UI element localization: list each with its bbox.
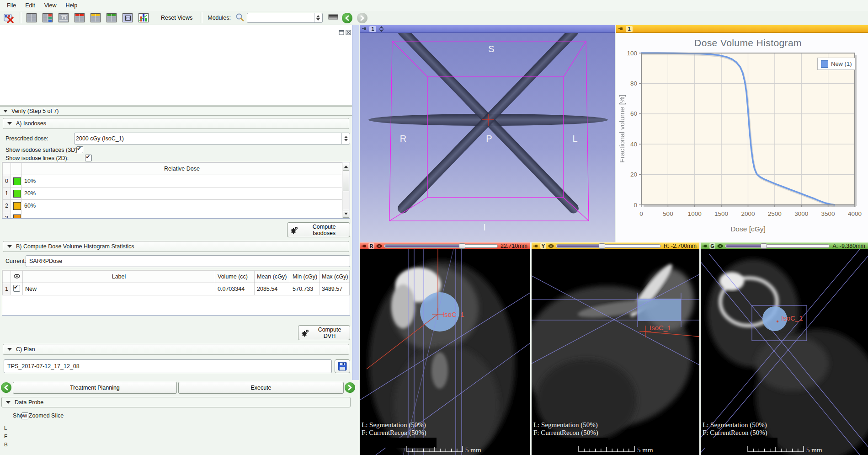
slider-handle[interactable] [761, 243, 767, 249]
green-slice-controller[interactable]: G A: -9.380mm [701, 242, 868, 249]
slider-handle[interactable] [599, 243, 605, 249]
green-slice-viewport[interactable]: IsoC_1 L: Segmentation (50%) F: CurrentR… [701, 249, 868, 455]
prescribed-dose-combo[interactable]: 2000 cGy (IsoC_1) [74, 133, 350, 145]
table-row[interactable]: 3 [3, 212, 342, 219]
show-surfaces-checkbox[interactable] [76, 146, 83, 153]
view3d-title-bar[interactable]: 1 [360, 25, 615, 33]
pin-icon[interactable] [533, 244, 538, 248]
close-panel-icon[interactable] [346, 29, 351, 37]
structure-visible-checkbox[interactable] [13, 285, 20, 292]
isodose-value[interactable]: 10% [22, 175, 342, 187]
visibility-eye-icon[interactable] [548, 244, 554, 248]
view3d-viewport[interactable]: S R P L I [360, 33, 615, 242]
svg-text:3000: 3000 [794, 210, 808, 217]
crosshair-icon[interactable] [378, 26, 384, 32]
structure-mean: 2085.54 [255, 283, 290, 295]
isodose-color-swatch[interactable] [13, 214, 21, 219]
slice-letter-badge[interactable]: Y [540, 243, 546, 249]
plan-name-field[interactable]: TPS_2017-07-12_17_12_08 [4, 359, 332, 373]
isodose-color-swatch[interactable] [13, 190, 21, 198]
red-slice-controller[interactable]: R 22.710mm [360, 242, 530, 249]
scrollbar-thumb[interactable] [343, 170, 349, 191]
prescribed-dose-spinner[interactable] [341, 133, 350, 144]
visibility-eye-icon[interactable] [717, 244, 723, 248]
pin-icon[interactable] [362, 27, 367, 31]
menu-view[interactable]: View [40, 1, 61, 10]
module-panel-header-area [0, 25, 352, 106]
chart-view-title-bar[interactable]: 1 [616, 25, 868, 33]
red-slice-viewport[interactable]: IsoC_1 L: Segmentation (50%) F: CurrentR… [360, 249, 530, 455]
module-history-icon[interactable] [328, 14, 338, 22]
structure-label[interactable]: New [23, 283, 215, 295]
table-row[interactable]: 1 New 0.0703344 2085.54 570.733 3489.57 [3, 283, 350, 295]
svg-text:P: P [486, 134, 492, 144]
show-lines-checkbox[interactable] [85, 155, 92, 161]
nav-forward-arrow-icon[interactable] [345, 382, 355, 393]
table-row[interactable]: 1 20% [3, 187, 342, 200]
slice-letter-badge[interactable]: R [368, 243, 374, 249]
visibility-eye-icon[interactable] [376, 244, 382, 248]
section-isodoses-header[interactable]: A) Isodoses [3, 118, 349, 129]
slice-offset-slider[interactable] [556, 244, 661, 248]
table-row[interactable]: 0 10% [3, 175, 342, 187]
save-floppy-icon [338, 362, 347, 371]
panel-scrollbar[interactable] [352, 25, 359, 380]
verify-step-header[interactable]: Verify (Step 5 of 7) [0, 106, 352, 116]
isodose-value[interactable] [22, 212, 342, 219]
layout-green-slice-icon[interactable] [106, 12, 117, 24]
menu-bar: File Edit View Help [0, 0, 868, 11]
section-dvh-header[interactable]: B) Compute Dose Volume Histogram Statist… [3, 241, 349, 252]
pin-icon[interactable] [618, 27, 623, 31]
x-axis-label: Dose [cGy] [641, 225, 855, 233]
pin-icon[interactable] [703, 244, 708, 248]
svg-text:60: 60 [630, 110, 637, 117]
y-axis-label: Fractional volume [%] [618, 53, 627, 204]
module-search-icon[interactable] [235, 13, 244, 23]
slice-offset-slider[interactable] [384, 244, 498, 248]
reset-views-button[interactable]: Reset Views [156, 12, 197, 23]
probe-axis-b: B [4, 442, 8, 447]
close-scene-icon[interactable] [3, 12, 15, 24]
nav-back-arrow-icon[interactable] [1, 382, 11, 393]
treatment-planning-button[interactable]: Treatment Planning [13, 382, 177, 394]
current-dose-field[interactable]: SARRPDose [26, 255, 350, 267]
compute-dvh-button[interactable]: Compute DVH [298, 325, 350, 340]
pin-icon[interactable] [362, 244, 367, 248]
navigate-forward-icon[interactable] [357, 13, 367, 23]
label-column-header: Label [23, 271, 215, 283]
module-selector-spinner[interactable] [314, 13, 322, 22]
execute-button[interactable]: Execute [178, 382, 344, 394]
isodose-color-swatch[interactable] [13, 202, 21, 210]
layout-quantitative-icon[interactable] [42, 12, 53, 24]
save-plan-button[interactable] [335, 359, 350, 373]
section-plan-header[interactable]: C) Plan [3, 344, 349, 355]
isodose-value[interactable]: 20% [22, 187, 342, 200]
menu-help[interactable]: Help [62, 1, 82, 10]
scroll-up-icon[interactable] [343, 163, 349, 171]
compute-isodoses-button[interactable]: Compute Isodoses [287, 222, 350, 237]
layout-four-up-icon[interactable] [26, 12, 37, 24]
yellow-slice-viewport[interactable]: IsoC_1 L: Segmentation (50%) F: CurrentR… [532, 249, 699, 455]
slider-handle[interactable] [459, 243, 465, 249]
float-panel-icon[interactable] [339, 29, 344, 37]
isodose-color-swatch[interactable] [13, 177, 21, 185]
yellow-slice-controller[interactable]: Y R: -2.700mm [532, 242, 699, 249]
chart-legend[interactable]: New (1) [817, 58, 856, 70]
menu-edit[interactable]: Edit [21, 1, 39, 10]
layout-chart-icon[interactable] [138, 12, 149, 24]
isodose-value[interactable]: 60% [22, 200, 342, 212]
slice-offset-slider[interactable] [725, 244, 830, 248]
data-probe-header[interactable]: Data Probe [1, 397, 351, 407]
table-scrollbar[interactable] [342, 162, 350, 218]
navigate-back-icon[interactable] [342, 13, 352, 23]
layout-3d-table-icon[interactable] [58, 12, 69, 24]
module-selector[interactable] [247, 13, 323, 23]
layout-yellow-slice-icon[interactable] [90, 12, 101, 24]
main-toolbar: Reset Views Modules: [0, 11, 868, 25]
layout-red-slice-icon[interactable] [74, 12, 85, 24]
menu-file[interactable]: File [3, 1, 20, 10]
slice-letter-badge[interactable]: G [709, 243, 715, 249]
layout-dual-3d-icon[interactable] [122, 12, 133, 24]
table-row[interactable]: 2 60% [3, 200, 342, 212]
scroll-down-icon[interactable] [343, 210, 349, 218]
